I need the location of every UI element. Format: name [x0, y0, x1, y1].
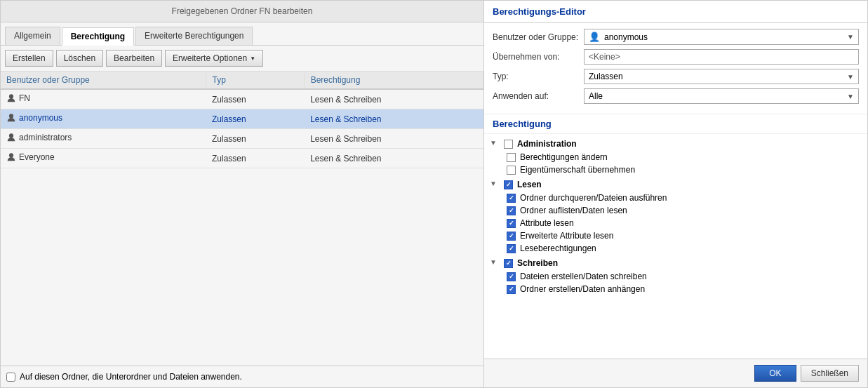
svg-point-3: [9, 153, 13, 157]
typ-control: Zulassen ▼: [584, 69, 859, 84]
apply-checkbox-label: Auf diesen Ordner, die Unterordner und D…: [20, 372, 242, 382]
tab-berechtigung[interactable]: Berechtigung: [62, 27, 134, 46]
berechtigung-cell: Lesen & Schreiben: [305, 89, 483, 109]
schliessen-button[interactable]: Schließen: [801, 365, 859, 382]
expand-arrow-icon[interactable]: ▼: [490, 258, 500, 268]
typ-row: Typ: Zulassen ▼: [493, 69, 859, 84]
perm-group-administration: ▼AdministrationBerechtigungen ändernEige…: [490, 137, 862, 176]
item-checkbox-leseberechtigungen[interactable]: [507, 244, 516, 253]
user-cell: anonymous: [1, 109, 206, 129]
item-label-ordner_durchqueren: Ordner durchqueren/Dateien ausführen: [520, 193, 667, 203]
expand-arrow-icon[interactable]: ▼: [490, 139, 500, 149]
group-label-lesen: Lesen: [517, 180, 542, 189]
benutzer-dropdown-arrow: ▼: [847, 33, 854, 41]
perm-item-ordner_auflisten: Ordner auflisten/Daten lesen: [490, 204, 862, 217]
group-checkbox-lesen[interactable]: [504, 180, 513, 189]
anwenden-select[interactable]: Alle ▼: [584, 88, 859, 104]
uebernehmen-row: Übernehmen von: <Keine>: [493, 49, 859, 65]
bottom-buttons: OK Schließen: [484, 359, 867, 387]
expand-arrow-icon[interactable]: ▼: [490, 180, 500, 189]
item-checkbox-attribute_lesen[interactable]: [507, 219, 516, 228]
table-row[interactable]: anonymous ZulassenLesen & Schreiben: [1, 109, 483, 129]
uebernehmen-input[interactable]: <Keine>: [584, 49, 859, 65]
item-label-erweiterte_attribute: Erweiterte Attribute lesen: [520, 231, 613, 241]
typ-label: Typ:: [493, 72, 584, 81]
typ-cell: Zulassen: [206, 149, 305, 168]
perm-group-header-lesen: ▼Lesen: [490, 178, 862, 192]
tab-bar: Allgemein Berechtigung Erweiterte Berech…: [1, 22, 483, 46]
perm-item-eigentuemer: Eigentümerschaft übernehmen: [490, 163, 862, 176]
tab-erweiterte[interactable]: Erweiterte Berechtigungen: [135, 27, 253, 45]
typ-dropdown-arrow: ▼: [847, 73, 854, 81]
typ-cell: Zulassen: [206, 89, 305, 109]
permissions-table: Benutzer oder Gruppe Typ Berechtigung FN…: [1, 72, 483, 168]
group-checkbox-administration[interactable]: [504, 140, 513, 149]
berechtigung-cell: Lesen & Schreiben: [305, 109, 483, 129]
typ-cell: Zulassen: [206, 129, 305, 149]
item-checkbox-ordner_auflisten[interactable]: [507, 206, 516, 215]
berechtigung-cell: Lesen & Schreiben: [305, 129, 483, 149]
item-checkbox-dateien_erstellen[interactable]: [507, 272, 516, 281]
tab-allgemein[interactable]: Allgemein: [5, 27, 60, 45]
col-header-berechtigung: Berechtigung: [305, 72, 483, 89]
typ-select[interactable]: Zulassen ▼: [584, 69, 859, 84]
item-checkbox-eigentuemer[interactable]: [507, 166, 516, 175]
perm-item-erweiterte_attribute: Erweiterte Attribute lesen: [490, 229, 862, 242]
perm-item-dateien_erstellen: Dateien erstellen/Daten schreiben: [490, 270, 862, 283]
item-checkbox-erweiterte_attribute[interactable]: [507, 232, 516, 241]
permissions-table-container: Benutzer oder Gruppe Typ Berechtigung FN…: [1, 72, 483, 366]
perm-group-header-schreiben: ▼Schreiben: [490, 256, 862, 270]
uebernehmen-label: Übernehmen von:: [493, 52, 584, 62]
item-checkbox-ordner_durchqueren[interactable]: [507, 194, 516, 203]
apply-checkbox[interactable]: [6, 373, 15, 382]
item-label-ordner_erstellen: Ordner erstellen/Daten anhängen: [520, 284, 645, 294]
col-header-user: Benutzer oder Gruppe: [1, 72, 206, 89]
typ-value: Zulassen: [589, 72, 847, 81]
table-row[interactable]: Everyone ZulassenLesen & Schreiben: [1, 149, 483, 168]
benutzer-row: Benutzer oder Gruppe: 👤 anonymous ▼: [493, 29, 859, 45]
benutzer-control: 👤 anonymous ▼: [584, 29, 859, 45]
user-cell: FN: [1, 89, 206, 109]
perm-item-leseberechtigungen: Leseberechtigungen: [490, 242, 862, 255]
item-label-ordner_auflisten: Ordner auflisten/Daten lesen: [520, 206, 627, 215]
perm-item-ordner_erstellen: Ordner erstellen/Daten anhängen: [490, 283, 862, 295]
uebernehmen-control: <Keine>: [584, 49, 859, 65]
perm-group-lesen: ▼LesenOrdner durchqueren/Dateien ausführ…: [490, 178, 862, 255]
item-label-leseberechtigungen: Leseberechtigungen: [520, 243, 596, 253]
apply-checkbox-area: Auf diesen Ordner, die Unterordner und D…: [1, 366, 483, 387]
group-checkbox-schreiben[interactable]: [504, 259, 513, 268]
toolbar: Erstellen Löschen Bearbeiten Erweiterte …: [1, 46, 483, 72]
anwenden-control: Alle ▼: [584, 88, 859, 104]
berechtigung-section-title: Berechtigung: [484, 114, 867, 134]
perm-item-berechtigungen: Berechtigungen ändern: [490, 151, 862, 163]
group-label-administration: Administration: [517, 139, 577, 149]
erweiterte-optionen-button[interactable]: Erweiterte Optionen: [165, 50, 263, 67]
anwenden-value: Alle: [589, 91, 847, 101]
loeschen-button[interactable]: Löschen: [56, 50, 103, 67]
permissions-area: ▼AdministrationBerechtigungen ändernEige…: [484, 134, 867, 359]
table-row[interactable]: FN ZulassenLesen & Schreiben: [1, 89, 483, 109]
svg-point-2: [9, 133, 13, 138]
perm-item-ordner_durchqueren: Ordner durchqueren/Dateien ausführen: [490, 192, 862, 204]
erstellen-button[interactable]: Erstellen: [5, 50, 53, 67]
perm-group-header-administration: ▼Administration: [490, 137, 862, 151]
benutzer-select[interactable]: 👤 anonymous ▼: [584, 29, 859, 45]
typ-cell: Zulassen: [206, 109, 305, 129]
anwenden-row: Anwenden auf: Alle ▼: [493, 88, 859, 104]
col-header-typ: Typ: [206, 72, 305, 89]
benutzer-label: Benutzer oder Gruppe:: [493, 32, 584, 42]
item-label-berechtigungen: Berechtigungen ändern: [520, 152, 608, 162]
table-row[interactable]: administrators ZulassenLesen & Schreiben: [1, 129, 483, 149]
editor-title: Berechtigungs-Editor: [484, 1, 867, 23]
perm-group-schreiben: ▼SchreibenDateien erstellen/Daten schrei…: [490, 256, 862, 295]
ok-button[interactable]: OK: [754, 365, 796, 382]
item-label-eigentuemer: Eigentümerschaft übernehmen: [520, 165, 635, 175]
anwenden-label: Anwenden auf:: [493, 91, 584, 101]
item-checkbox-berechtigungen[interactable]: [507, 153, 516, 162]
item-label-dateien_erstellen: Dateien erstellen/Daten schreiben: [520, 272, 647, 281]
user-cell: Everyone: [1, 149, 206, 168]
bearbeiten-button[interactable]: Bearbeiten: [106, 50, 162, 67]
item-checkbox-ordner_erstellen[interactable]: [507, 285, 516, 294]
svg-point-1: [9, 114, 13, 118]
berechtigung-cell: Lesen & Schreiben: [305, 149, 483, 168]
